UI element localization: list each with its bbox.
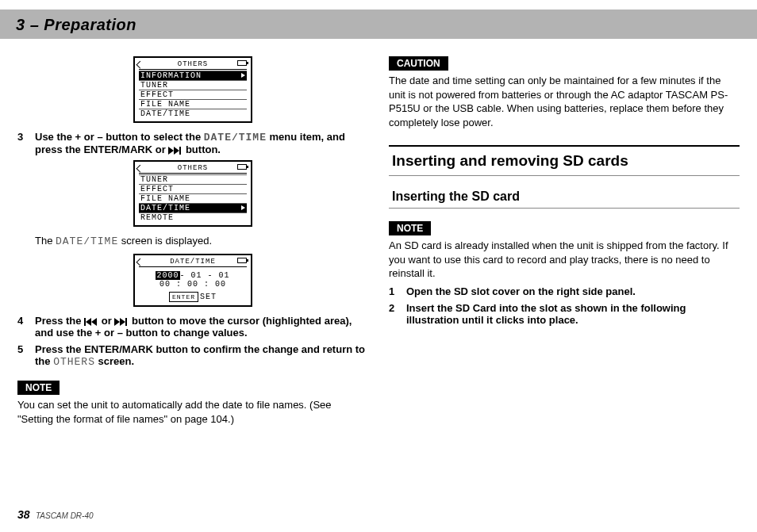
sd-step1-text: Open the SD slot cover on the right side… xyxy=(406,285,740,297)
step5-b: screen. xyxy=(95,355,134,367)
lcd2-row: TUNER xyxy=(139,174,247,184)
after3-b: screen is displayed. xyxy=(118,235,212,247)
step3-mono: DATE/TIME xyxy=(204,132,267,144)
lcd-others-2: OTHERS TUNER EFFECT FILE NAME DATE/TIME … xyxy=(133,160,252,227)
sd-step2-text: Insert the SD Card into the slot as show… xyxy=(406,302,740,326)
lcd3-set: SET xyxy=(200,293,217,301)
step3-result: The DATE/TIME screen is displayed. xyxy=(35,235,368,247)
note-tag-right: NOTE xyxy=(389,221,431,235)
lcd3-enter: ENTER xyxy=(169,292,198,302)
battery-icon xyxy=(237,258,247,263)
page-number: 38 xyxy=(17,508,30,521)
step-3: 3 Use the + or – button to select the DA… xyxy=(17,131,368,155)
sd-step-1: 1 Open the SD slot cover on the right si… xyxy=(389,285,740,297)
step3-text-a: Use the + or – button to select the xyxy=(35,131,204,143)
step-number: 1 xyxy=(389,285,398,297)
heading-inserting-removing: Inserting and removing SD cards xyxy=(389,145,740,176)
step-number: 4 xyxy=(17,315,27,339)
step4-b: or xyxy=(98,315,114,327)
sd-step-2: 2 Insert the SD Card into the slot as sh… xyxy=(389,302,740,326)
heading-inserting-sd: Inserting the SD card xyxy=(389,187,740,209)
lcd2-row: DATE/TIME xyxy=(139,203,247,212)
product-model: TASCAM DR-40 xyxy=(36,511,94,520)
lcd1-row: DATE/TIME xyxy=(139,109,247,118)
lcd1-row: EFFECT xyxy=(139,90,247,99)
step-number: 5 xyxy=(17,343,27,368)
step4-a: Press the xyxy=(35,315,84,327)
note-body-right: An SD card is already installed when the… xyxy=(389,239,740,281)
step-number: 3 xyxy=(17,131,27,155)
lcd3-year: 2000 xyxy=(156,271,179,280)
caution-body: The date and time setting can only be ma… xyxy=(389,74,740,129)
battery-icon xyxy=(237,164,247,170)
lcd-others-1: OTHERS INFORMATION TUNER EFFECT FILE NAM… xyxy=(133,56,252,123)
lcd1-row: INFORMATION xyxy=(139,71,247,80)
lcd1-row: TUNER xyxy=(139,80,247,90)
page-footer: 38 TASCAM DR-40 xyxy=(17,508,94,521)
caution-tag: CAUTION xyxy=(389,56,448,71)
step-4: 4 Press the or button to move the cursor… xyxy=(17,315,368,339)
lcd1-row: FILE NAME xyxy=(139,99,247,109)
lcd3-time: 00 : 00 : 00 xyxy=(139,280,247,289)
section-header: 3 – Preparation xyxy=(0,10,757,39)
step-number: 2 xyxy=(389,302,398,326)
note-body: You can set the unit to automatically ad… xyxy=(17,398,368,426)
step3-text-c: button. xyxy=(183,144,221,155)
section-title: 3 – Preparation xyxy=(16,16,741,34)
lcd3-title: DATE/TIME xyxy=(170,258,216,266)
battery-icon xyxy=(237,60,247,66)
lcd-datetime: DATE/TIME 2000- 01 - 01 00 : 00 : 00 ENT… xyxy=(133,254,252,307)
lcd1-title: OTHERS xyxy=(178,60,208,68)
right-column: CAUTION The date and time setting can on… xyxy=(389,56,740,431)
lcd2-row: REMOTE xyxy=(139,212,247,222)
step-5: 5 Press the ENTER/MARK button to confirm… xyxy=(17,343,368,368)
rewind-icon xyxy=(84,318,98,326)
fast-forward-icon xyxy=(114,318,129,326)
lcd2-row: FILE NAME xyxy=(139,193,247,203)
step5-mono: OTHERS xyxy=(53,356,95,368)
fast-forward-icon xyxy=(168,147,183,155)
lcd2-row: EFFECT xyxy=(139,184,247,193)
after3-mono: DATE/TIME xyxy=(56,235,118,247)
note-tag: NOTE xyxy=(17,381,60,395)
left-column: OTHERS INFORMATION TUNER EFFECT FILE NAM… xyxy=(17,56,368,431)
lcd2-title: OTHERS xyxy=(178,164,208,172)
after3-a: The xyxy=(35,235,56,247)
lcd3-date-rest: - 01 - 01 xyxy=(180,271,230,280)
